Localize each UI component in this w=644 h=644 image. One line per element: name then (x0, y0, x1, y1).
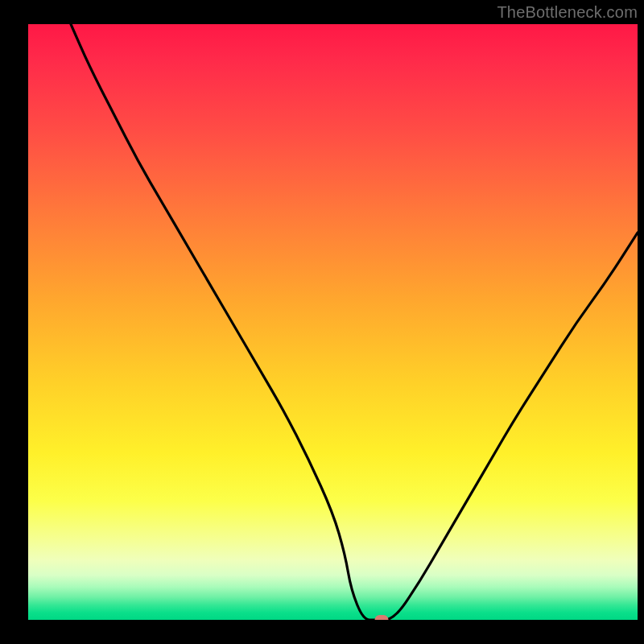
chart-frame: TheBottleneck.com (0, 0, 644, 644)
watermark-text: TheBottleneck.com (497, 3, 638, 22)
bottleneck-marker (375, 615, 389, 620)
plot-area (28, 24, 638, 620)
bottleneck-curve (28, 24, 638, 620)
